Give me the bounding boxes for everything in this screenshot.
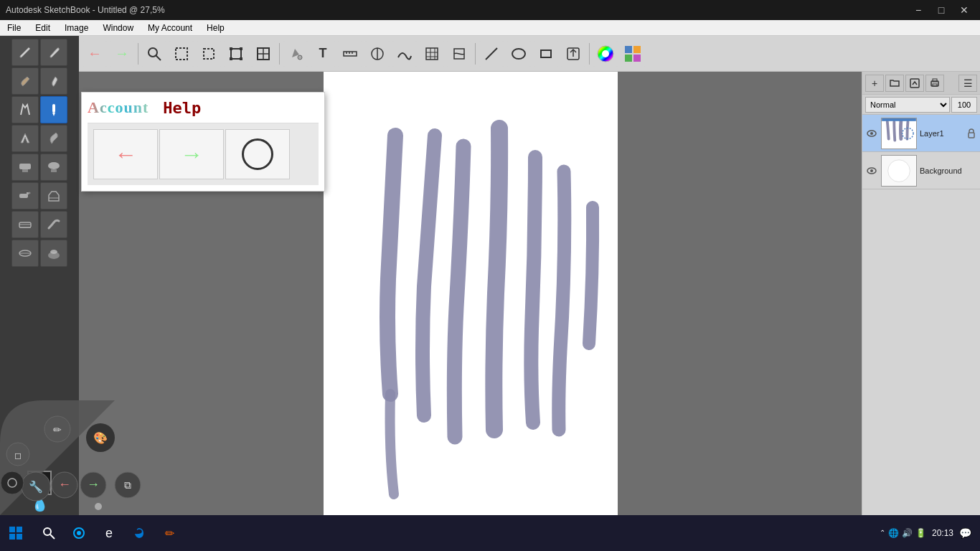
brush-tool-1[interactable]: [11, 67, 39, 95]
redo-button[interactable]: →: [109, 41, 135, 67]
layer-item-background[interactable]: Background: [862, 152, 980, 189]
shape-button[interactable]: [533, 41, 559, 67]
drawing-canvas[interactable]: [324, 64, 618, 523]
svg-point-12: [298, 55, 302, 60]
folder-button[interactable]: [885, 75, 904, 92]
text-button[interactable]: T: [310, 41, 336, 67]
select-lasso-button[interactable]: [196, 41, 222, 67]
stamp-tool-2[interactable]: [40, 154, 67, 181]
transform2-button[interactable]: [250, 41, 276, 67]
dropdown-account-label[interactable]: Account: [88, 98, 149, 117]
svg-line-24: [486, 48, 497, 60]
taskbar-right: ⌃ 🌐 🔊 🔋 20:13 💬: [880, 527, 980, 540]
symmetry-button[interactable]: [364, 41, 390, 67]
layer1-lock-icon: [966, 128, 977, 139]
taskbar-sketchbook[interactable]: ✏: [155, 515, 184, 551]
ink-tool[interactable]: [11, 125, 39, 152]
opacity-input[interactable]: [951, 97, 977, 113]
svg-rect-86: [17, 534, 22, 540]
svg-rect-59: [882, 118, 916, 121]
menu-image[interactable]: Image: [57, 20, 95, 36]
svg-marker-36: [52, 113, 55, 116]
distort-button[interactable]: [446, 41, 472, 67]
svg-rect-26: [541, 50, 551, 57]
layers-panel: + ☰ Normal Multiply Screen Overlay: [862, 72, 980, 515]
undo-button[interactable]: ←: [82, 41, 108, 67]
fill-button[interactable]: [283, 41, 308, 67]
svg-point-63: [870, 169, 873, 172]
taskbar-notifications[interactable]: 💬: [959, 527, 971, 539]
marker-tool[interactable]: [40, 96, 67, 123]
spray-tool[interactable]: [11, 182, 39, 209]
brush-tool-5[interactable]: [40, 211, 67, 238]
zoom-button[interactable]: [141, 41, 167, 67]
svg-point-80: [1, 471, 24, 494]
taskbar-cortana[interactable]: [65, 515, 93, 551]
import-button[interactable]: [560, 41, 586, 67]
svg-point-0: [149, 48, 157, 57]
start-button[interactable]: [0, 515, 32, 551]
dropdown-undo-section[interactable]: ←: [93, 129, 158, 179]
curve-button[interactable]: [392, 41, 418, 67]
brush-tool-3[interactable]: [40, 125, 67, 152]
layers-menu-button[interactable]: ☰: [958, 75, 977, 92]
menu-edit[interactable]: Edit: [28, 20, 57, 36]
menu-window[interactable]: Window: [95, 20, 141, 36]
menu-file[interactable]: File: [0, 20, 28, 36]
svg-rect-84: [17, 527, 22, 532]
brush-tool-2[interactable]: [40, 67, 67, 95]
dropdown-help-label[interactable]: Help: [163, 99, 201, 117]
pencil-tool[interactable]: [11, 39, 39, 66]
taskbar-search[interactable]: [34, 515, 63, 551]
ruler-button[interactable]: [337, 41, 363, 67]
menu-myaccount[interactable]: My Account: [141, 20, 199, 36]
dropdown-redo-section[interactable]: →: [159, 129, 224, 179]
smear-tool[interactable]: [11, 240, 39, 267]
dropdown-overlay: Account Help ← →: [81, 92, 325, 192]
layer-tiles-button[interactable]: [620, 41, 646, 67]
dropdown-redo-arrow: →: [180, 141, 203, 168]
taskbar-clock[interactable]: 20:13: [932, 527, 953, 540]
svg-text:🔧: 🔧: [29, 480, 43, 494]
background-visibility[interactable]: [865, 164, 878, 177]
brush-tool-4[interactable]: [40, 182, 67, 209]
minimize-button[interactable]: −: [908, 3, 928, 17]
print-button[interactable]: [925, 75, 944, 92]
toolbar: ← → T: [79, 36, 980, 72]
layer-item-1[interactable]: Layer1: [862, 115, 980, 152]
sep1: [138, 43, 138, 65]
tray-chevron[interactable]: ⌃: [880, 529, 885, 537]
tray-network[interactable]: 🌐: [888, 528, 899, 538]
pen-tool[interactable]: [40, 39, 67, 66]
line-button[interactable]: [479, 41, 504, 67]
import-image-button[interactable]: [905, 75, 924, 92]
menu-help[interactable]: Help: [199, 20, 232, 36]
mesh-button[interactable]: [419, 41, 445, 67]
sep4: [589, 43, 590, 65]
callig-tool[interactable]: [11, 96, 39, 123]
add-layer-button[interactable]: +: [865, 75, 884, 92]
blur-tool[interactable]: [40, 240, 67, 267]
ellipse-button[interactable]: [506, 41, 532, 67]
stamp-tool-1[interactable]: [11, 154, 39, 181]
layer1-visibility[interactable]: [865, 127, 878, 140]
tool-row-3: [11, 96, 67, 123]
dropdown-circle-section[interactable]: [225, 129, 290, 179]
tray-volume[interactable]: 🔊: [902, 528, 913, 538]
tool-row-1: [11, 39, 67, 66]
select-rect-button[interactable]: [169, 41, 194, 67]
taskbar-edge[interactable]: [125, 515, 154, 551]
tool-row-2: [11, 67, 67, 95]
window-controls: − □ ✕: [908, 3, 974, 17]
dropdown-tools: ← →: [88, 123, 319, 185]
taskbar-browser[interactable]: e: [95, 515, 123, 551]
tool-row-7: [11, 211, 67, 238]
transform-button[interactable]: [223, 41, 249, 67]
color-wheel-button[interactable]: [593, 41, 618, 67]
blend-mode-select[interactable]: Normal Multiply Screen Overlay: [865, 97, 950, 113]
maximize-button[interactable]: □: [931, 3, 951, 17]
tray-battery[interactable]: 🔋: [915, 528, 926, 538]
sep2: [279, 43, 280, 65]
eraser-tool[interactable]: [11, 211, 39, 238]
close-button[interactable]: ✕: [954, 3, 974, 17]
